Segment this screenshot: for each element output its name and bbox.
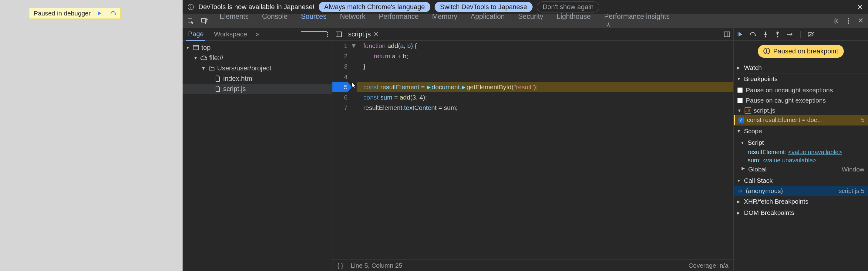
- gutter-line[interactable]: 7: [332, 102, 347, 113]
- cloud-icon: [200, 55, 208, 61]
- panel-right-icon: [724, 31, 730, 37]
- inspect-icon: [187, 17, 194, 25]
- gutter-line[interactable]: 4: [332, 71, 347, 82]
- svg-point-2: [190, 5, 191, 6]
- editor-tab-script-js[interactable]: script.js ✕: [345, 29, 382, 40]
- device-toolbar-button[interactable]: [201, 17, 209, 25]
- watch-header[interactable]: ▶Watch: [734, 62, 868, 73]
- tree-node-folder[interactable]: ▼ Users/user/project: [183, 63, 332, 73]
- breakpoint-file-group[interactable]: ▼ JS script.js: [734, 106, 868, 115]
- gutter-line[interactable]: 6: [332, 92, 347, 102]
- device-icon: [201, 17, 209, 25]
- devtools-panel: DevTools is now available in Japanese! A…: [183, 0, 868, 271]
- breakpoint-text: const resultElement = doc…: [747, 117, 823, 123]
- breakpoints-header[interactable]: ▼Breakpoints: [734, 73, 868, 84]
- browser-page-background: Paused in debugger: [0, 0, 183, 271]
- info-icon: [187, 4, 194, 10]
- toggle-navigator-button[interactable]: [335, 31, 343, 37]
- gutter-line[interactable]: 1: [332, 41, 347, 51]
- close-icon: [857, 4, 863, 10]
- svg-rect-14: [193, 46, 199, 50]
- pause-caught-checkbox[interactable]: Pause on caught exceptions: [734, 95, 868, 106]
- code-editor[interactable]: 1 2 3 4 5 6 7 ▼ function add(a, b) { ret…: [332, 41, 733, 260]
- debugger-toolbar: [734, 28, 868, 41]
- breakpoint-entry[interactable]: ✓ const resultElement = doc… 5: [734, 115, 868, 125]
- fold-gutter[interactable]: ▼: [350, 41, 357, 260]
- svg-point-10: [848, 23, 849, 24]
- scope-variable[interactable]: resultElement: <value unavailable>: [734, 148, 868, 156]
- tree-node-script-js[interactable]: script.js: [183, 84, 332, 94]
- pause-uncaught-checkbox[interactable]: Pause on uncaught exceptions: [734, 85, 868, 95]
- scope-global-header[interactable]: ▶GlobalWindow: [734, 164, 868, 174]
- scope-variable[interactable]: sum: <value unavailable>: [734, 156, 868, 164]
- step-out-button[interactable]: [775, 31, 780, 38]
- step-into-button[interactable]: [763, 31, 768, 38]
- navigator-overflow-button[interactable]: »: [256, 30, 259, 38]
- pretty-print-button[interactable]: { }: [337, 262, 343, 269]
- step-icon: [787, 32, 794, 37]
- callstack-section: ▼Call Stack ➔ (anonymous) script.js:5: [734, 175, 868, 196]
- resume-button[interactable]: [737, 31, 743, 37]
- debugger-pane: ⓘ Paused on breakpoint ▶Watch ▼Breakpoin…: [733, 28, 868, 271]
- paused-on-breakpoint-badge: ⓘ Paused on breakpoint: [758, 45, 843, 58]
- code-content[interactable]: function add(a, b) { return a + b; } con…: [357, 41, 733, 260]
- close-devtools-button[interactable]: [858, 17, 864, 25]
- breakpoint-checkbox[interactable]: ✓: [739, 117, 744, 123]
- gutter-line[interactable]: 2: [332, 51, 347, 61]
- gutter-line[interactable]: 3: [332, 61, 347, 71]
- callstack-header[interactable]: ▼Call Stack: [734, 175, 868, 186]
- inspect-element-button[interactable]: [187, 17, 195, 25]
- current-frame-icon: ➔: [737, 187, 743, 194]
- inline-value-badge[interactable]: ▸: [461, 84, 466, 90]
- watch-section: ▶Watch: [734, 62, 868, 73]
- editor-pane: script.js ✕ 1 2 3 4 5 6 7 ▼: [332, 28, 733, 271]
- overlay-step-button[interactable]: [107, 9, 119, 18]
- file-tree: ▼ top ▼ file:// ▼ Users/user/project ind…: [183, 41, 332, 271]
- scope-script-header[interactable]: ▼Script: [734, 137, 868, 148]
- folder-icon: [208, 65, 215, 71]
- code-line: }: [357, 61, 733, 71]
- toggle-details-button[interactable]: [724, 31, 730, 37]
- breakpoint-file-name: script.js: [754, 107, 775, 114]
- xhr-breakpoints-header[interactable]: ▶XHR/fetch Breakpoints: [734, 196, 868, 207]
- code-line: return a + b;: [357, 51, 733, 61]
- chevron-down-icon: ▼: [737, 178, 742, 183]
- svg-point-7: [835, 20, 837, 22]
- step-over-icon: [749, 31, 756, 37]
- infobar-close-button[interactable]: [857, 4, 863, 10]
- tree-node-index-html[interactable]: index.html: [183, 73, 332, 84]
- navigator-tab-page[interactable]: Page: [186, 28, 205, 41]
- sources-workspace: Page Workspace » ▼ top ▼ file:// ▼: [183, 28, 868, 271]
- fold-toggle[interactable]: ▼: [350, 41, 357, 51]
- cursor-position: Line 5, Column 25: [350, 262, 402, 269]
- scope-header[interactable]: ▼Scope: [734, 126, 868, 137]
- step-button[interactable]: [787, 32, 794, 37]
- callstack-frame[interactable]: ➔ (anonymous) script.js:5: [734, 186, 868, 196]
- close-tab-button[interactable]: ✕: [373, 30, 379, 38]
- tree-label: index.html: [223, 74, 253, 83]
- js-file-icon: JS: [745, 107, 751, 114]
- gutter-line-breakpoint[interactable]: 5: [332, 82, 347, 92]
- chevron-right-icon: ▶: [737, 210, 742, 215]
- tree-node-top[interactable]: ▼ top: [183, 42, 332, 53]
- tree-label: Users/user/project: [217, 64, 272, 72]
- dom-breakpoints-header[interactable]: ▶DOM Breakpoints: [734, 207, 868, 218]
- more-menu-button[interactable]: [847, 17, 850, 25]
- line-gutter[interactable]: 1 2 3 4 5 6 7: [332, 41, 350, 260]
- deactivate-breakpoints-button[interactable]: [807, 31, 815, 37]
- chevron-down-icon: ▼: [202, 66, 206, 71]
- inline-value-badge[interactable]: ▸: [426, 84, 432, 90]
- chevron-down-icon: ▼: [737, 129, 742, 133]
- svg-point-24: [787, 33, 788, 35]
- navigator-pane: Page Workspace » ▼ top ▼ file:// ▼: [183, 28, 332, 271]
- overlay-resume-button[interactable]: [93, 9, 105, 18]
- step-out-icon: [775, 31, 780, 38]
- step-over-button[interactable]: [749, 31, 756, 37]
- navigator-more-button[interactable]: [326, 31, 329, 38]
- navigator-tab-workspace[interactable]: Workspace: [212, 28, 249, 41]
- settings-button[interactable]: [832, 17, 839, 25]
- chevron-down-icon: ▼: [186, 45, 190, 50]
- code-line: const sum = add(3, 4);: [357, 92, 733, 102]
- svg-point-0: [115, 14, 116, 15]
- tree-node-scheme[interactable]: ▼ file://: [183, 53, 332, 63]
